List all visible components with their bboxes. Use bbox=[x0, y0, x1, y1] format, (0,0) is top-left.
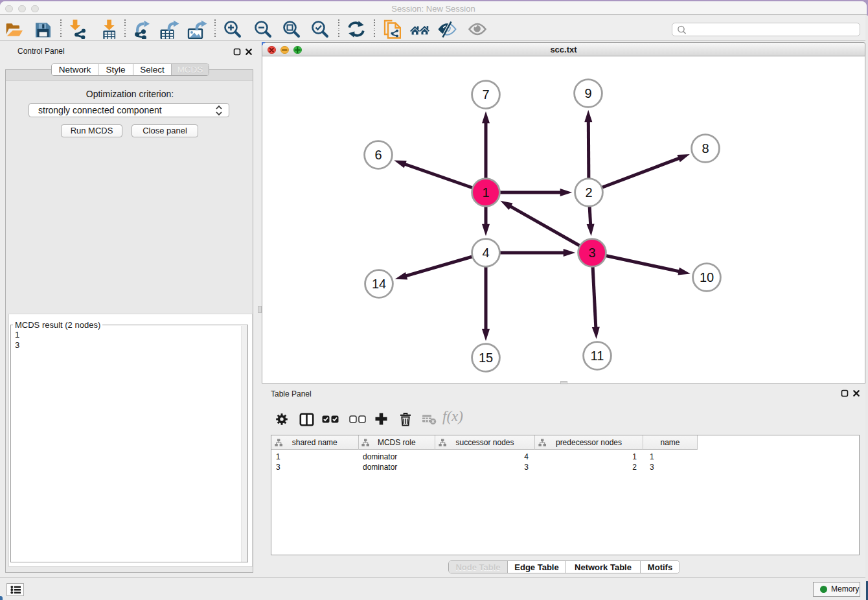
svg-text:4: 4 bbox=[482, 246, 489, 260]
svg-text:15: 15 bbox=[479, 351, 493, 365]
svg-text:6: 6 bbox=[374, 148, 382, 162]
svg-text:3: 3 bbox=[588, 246, 595, 260]
svg-text:11: 11 bbox=[591, 349, 604, 363]
svg-text:14: 14 bbox=[372, 277, 386, 291]
svg-text:2: 2 bbox=[585, 185, 592, 200]
svg-text:1: 1 bbox=[482, 185, 489, 200]
svg-text:8: 8 bbox=[702, 141, 709, 156]
svg-text:7: 7 bbox=[482, 87, 489, 102]
svg-text:9: 9 bbox=[584, 86, 591, 100]
svg-text:10: 10 bbox=[700, 270, 714, 284]
